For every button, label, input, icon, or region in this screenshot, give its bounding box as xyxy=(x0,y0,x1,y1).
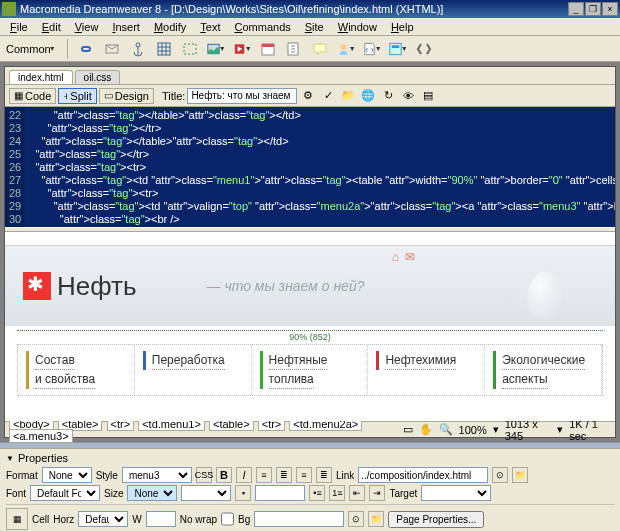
zoom-tool-icon[interactable]: 🔍 xyxy=(439,423,453,436)
date-icon[interactable] xyxy=(257,38,279,60)
align-left-icon[interactable]: ≡ xyxy=(256,467,272,483)
code-view[interactable]: 2223242526272829303132333435 "attr">clas… xyxy=(5,107,615,227)
visual-aids-icon[interactable]: ▤ xyxy=(419,87,437,105)
tag-selector-bar: <body> <table> <tr> <td.menu1> <table> <… xyxy=(5,421,615,437)
nav-item-petrochem[interactable]: Нефтехимия xyxy=(368,345,485,395)
properties-title[interactable]: ▼Properties xyxy=(6,451,614,465)
text-color-input[interactable] xyxy=(255,485,305,501)
style-label: Style xyxy=(96,470,118,481)
menu-window[interactable]: Window xyxy=(332,20,383,34)
logo-text: Нефть xyxy=(57,271,137,302)
file-mgmt-icon[interactable]: 📁 xyxy=(339,87,357,105)
italic-button[interactable]: I xyxy=(236,467,252,483)
menubar: File Edit View Insert Modify Text Comman… xyxy=(0,18,620,36)
hyperlink-icon[interactable] xyxy=(75,38,97,60)
bg-label: Bg xyxy=(238,514,250,525)
design-view[interactable]: ⌂ ✉ Нефть — что мы знаем о ней? 90% (852… xyxy=(5,246,615,421)
menu-modify[interactable]: Modify xyxy=(148,20,192,34)
bold-button[interactable]: B xyxy=(216,467,232,483)
nav-item-composition[interactable]: Состави свойства xyxy=(18,345,135,395)
horz-select[interactable]: Default xyxy=(78,511,128,527)
zoom-level[interactable]: 100% xyxy=(459,424,487,436)
size-label: Size xyxy=(104,488,123,499)
menu-commands[interactable]: Commands xyxy=(229,20,297,34)
hand-tool-icon[interactable]: ✋ xyxy=(419,423,433,436)
code-content[interactable]: "attr">class="tag"></table>"attr">class=… xyxy=(25,107,615,227)
templates-icon[interactable]: ▼ xyxy=(387,38,409,60)
split-view-button[interactable]: ⫞ Split xyxy=(58,88,96,104)
preview-icon[interactable]: 🌐 xyxy=(359,87,377,105)
css-button[interactable]: CSS xyxy=(196,467,212,483)
document-tabs: index.html oil.css xyxy=(5,67,615,85)
script-icon[interactable]: ▼ xyxy=(361,38,383,60)
browse-file-icon[interactable]: 📁 xyxy=(512,467,528,483)
menu-edit[interactable]: Edit xyxy=(36,20,67,34)
maximize-button[interactable]: ❐ xyxy=(585,2,601,16)
tag-chooser-icon[interactable] xyxy=(413,38,435,60)
page-properties-button[interactable]: Page Properties... xyxy=(388,511,484,528)
tab-index-html[interactable]: index.html xyxy=(9,70,73,84)
design-view-button[interactable]: ▭ Design xyxy=(99,88,154,104)
nav-item-ecology[interactable]: Экологическиеаспекты xyxy=(485,345,602,395)
size-unit-select[interactable] xyxy=(181,485,231,501)
cell-icon[interactable]: ▦ xyxy=(6,508,28,530)
bg-point-icon[interactable]: ⊙ xyxy=(348,511,364,527)
menu-help[interactable]: Help xyxy=(385,20,420,34)
title-label: Title: xyxy=(162,90,185,102)
format-select[interactable]: None xyxy=(42,467,92,483)
select-tool-icon[interactable]: ▭ xyxy=(403,423,413,436)
close-button[interactable]: × xyxy=(602,2,618,16)
ol-icon[interactable]: 1≡ xyxy=(329,485,345,501)
text-color-icon[interactable]: ▪ xyxy=(235,485,251,501)
home-icon[interactable]: ⌂ xyxy=(392,250,399,264)
align-justify-icon[interactable]: ≣ xyxy=(316,467,332,483)
code-view-button[interactable]: ▦ Code xyxy=(9,88,56,104)
font-select[interactable]: Default Font xyxy=(30,485,100,501)
menu-site[interactable]: Site xyxy=(299,20,330,34)
titlebar: Macromedia Dreamweaver 8 - [D:\Design\Wo… xyxy=(0,0,620,18)
menu-file[interactable]: File xyxy=(4,20,34,34)
div-icon[interactable] xyxy=(179,38,201,60)
link-input[interactable] xyxy=(358,467,488,483)
nowrap-checkbox[interactable] xyxy=(221,511,234,527)
style-select[interactable]: menu3 xyxy=(122,467,192,483)
no-browser-check-icon[interactable]: ⚙ xyxy=(299,87,317,105)
header-top-icons: ⌂ ✉ xyxy=(392,250,415,264)
outdent-icon[interactable]: ⇤ xyxy=(349,485,365,501)
tab-oil-css[interactable]: oil.css xyxy=(75,70,121,84)
document-title-input[interactable] xyxy=(187,88,297,104)
table-icon[interactable] xyxy=(153,38,175,60)
target-select[interactable] xyxy=(421,485,491,501)
refresh-icon[interactable]: ↻ xyxy=(379,87,397,105)
view-options-icon[interactable]: 👁 xyxy=(399,87,417,105)
indent-icon[interactable]: ⇥ xyxy=(369,485,385,501)
head-icon[interactable]: ▼ xyxy=(335,38,357,60)
nav-item-fuels[interactable]: Нефтяныетоплива xyxy=(252,345,369,395)
named-anchor-icon[interactable] xyxy=(127,38,149,60)
comment-icon[interactable] xyxy=(309,38,331,60)
ul-icon[interactable]: •≡ xyxy=(309,485,325,501)
insert-category[interactable]: Common ▼ xyxy=(6,43,56,55)
menu-text[interactable]: Text xyxy=(194,20,226,34)
menu-insert[interactable]: Insert xyxy=(106,20,146,34)
bg-browse-icon[interactable]: 📁 xyxy=(368,511,384,527)
w-input[interactable] xyxy=(146,511,176,527)
mail-icon[interactable]: ✉ xyxy=(405,250,415,264)
point-to-file-icon[interactable]: ⊙ xyxy=(492,467,508,483)
media-icon[interactable]: ▼ xyxy=(231,38,253,60)
validate-icon[interactable]: ✓ xyxy=(319,87,337,105)
window-size[interactable]: 1013 x 345 xyxy=(505,418,552,442)
nav-item-refining[interactable]: Переработка xyxy=(135,345,252,395)
tag-path[interactable]: <body> <table> <tr> <td.menu1> <table> <… xyxy=(9,418,403,442)
server-include-icon[interactable] xyxy=(283,38,305,60)
image-icon[interactable]: ▼ xyxy=(205,38,227,60)
size-select[interactable]: None xyxy=(127,485,177,501)
align-right-icon[interactable]: ≡ xyxy=(296,467,312,483)
menu-view[interactable]: View xyxy=(69,20,105,34)
email-link-icon[interactable] xyxy=(101,38,123,60)
minimize-button[interactable]: _ xyxy=(568,2,584,16)
svg-rect-10 xyxy=(389,43,400,54)
align-center-icon[interactable]: ≣ xyxy=(276,467,292,483)
cell-label: Cell xyxy=(32,514,49,525)
bg-input[interactable] xyxy=(254,511,344,527)
